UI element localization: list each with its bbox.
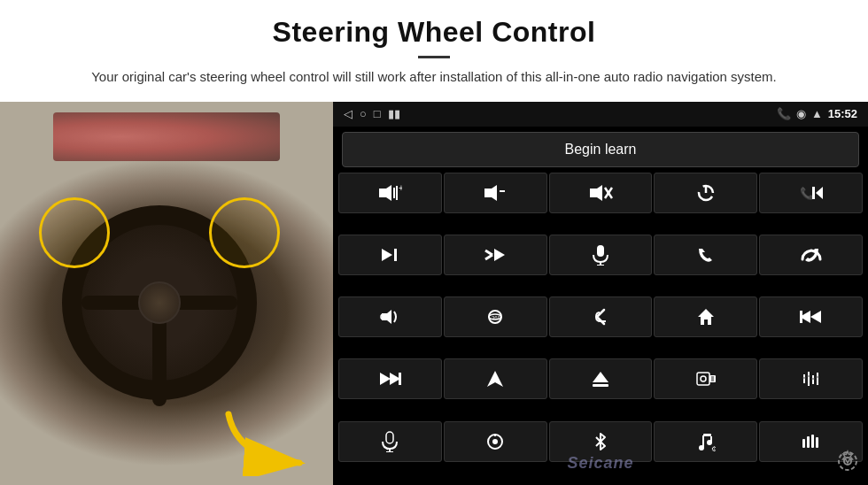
phone-answer-button[interactable] bbox=[654, 235, 757, 275]
svg-rect-66 bbox=[802, 439, 805, 448]
svg-rect-16 bbox=[394, 249, 397, 261]
left-button-highlight bbox=[39, 197, 110, 268]
ff-slow-button[interactable] bbox=[444, 235, 547, 275]
svg-text:+: + bbox=[399, 183, 402, 193]
svg-marker-19 bbox=[494, 249, 505, 261]
subtitle-text: Your original car's steering wheel contr… bbox=[71, 67, 797, 88]
right-button-highlight bbox=[209, 197, 280, 268]
svg-rect-45 bbox=[803, 374, 805, 383]
svg-rect-35 bbox=[399, 373, 401, 385]
svg-point-63 bbox=[699, 445, 704, 450]
bluetooth-button[interactable] bbox=[549, 421, 653, 462]
svg-marker-30 bbox=[810, 311, 821, 323]
steering-wheel-photo bbox=[0, 102, 333, 486]
fast-rewind-button[interactable] bbox=[759, 296, 863, 337]
svg-rect-48 bbox=[817, 373, 818, 385]
svg-marker-37 bbox=[593, 372, 608, 382]
vol-up-button[interactable]: + bbox=[338, 173, 442, 213]
svg-marker-15 bbox=[382, 249, 392, 261]
control-grid: + bbox=[333, 173, 868, 486]
svg-rect-14 bbox=[812, 187, 815, 199]
svg-rect-46 bbox=[808, 372, 810, 386]
svg-rect-69 bbox=[816, 437, 818, 448]
clock-display: 15:52 bbox=[828, 107, 857, 120]
svg-text:360°: 360° bbox=[492, 315, 503, 320]
status-bar: ◁ ○ □ ▮▮ 📞 ◉ ▲ 15:52 bbox=[333, 102, 868, 127]
wheel-center-hub bbox=[138, 281, 181, 324]
yellow-arrow-icon bbox=[220, 396, 326, 476]
svg-marker-13 bbox=[816, 187, 823, 199]
svg-rect-60 bbox=[703, 434, 711, 436]
dashboard-gauges bbox=[53, 112, 280, 161]
tuner-button[interactable] bbox=[654, 358, 757, 399]
begin-learn-button[interactable]: Begin learn bbox=[342, 132, 859, 167]
eject-button[interactable] bbox=[549, 358, 653, 399]
svg-marker-36 bbox=[487, 371, 503, 387]
speaker-mode-button[interactable] bbox=[338, 296, 442, 337]
microphone-button[interactable] bbox=[549, 235, 653, 275]
svg-marker-29 bbox=[698, 309, 714, 325]
equalizer-button[interactable] bbox=[759, 358, 863, 399]
svg-marker-33 bbox=[380, 373, 391, 385]
svg-line-56 bbox=[385, 447, 388, 450]
music-button[interactable]: ⚙ bbox=[654, 421, 757, 462]
svg-marker-5 bbox=[484, 185, 497, 201]
content-row: ◁ ○ □ ▮▮ 📞 ◉ ▲ 15:52 Begin learn bbox=[0, 102, 868, 486]
phone-hangup-button[interactable] bbox=[759, 235, 863, 275]
recents-square-icon[interactable]: □ bbox=[374, 107, 381, 120]
settings-gear-button[interactable] bbox=[836, 450, 859, 478]
svg-marker-1 bbox=[379, 185, 391, 201]
svg-rect-32 bbox=[800, 311, 802, 323]
title-divider bbox=[418, 56, 450, 58]
svg-rect-53 bbox=[386, 432, 393, 443]
phone-signal-icon: 📞 bbox=[777, 107, 791, 120]
android-screen: ◁ ○ □ ▮▮ 📞 ◉ ▲ 15:52 Begin learn bbox=[333, 102, 868, 486]
svg-marker-7 bbox=[590, 185, 602, 201]
svg-point-23 bbox=[810, 258, 813, 260]
settings-knob-button[interactable] bbox=[444, 421, 547, 462]
next-chapter-button[interactable] bbox=[338, 235, 442, 275]
status-nav-icons: ◁ ○ □ ▮▮ bbox=[344, 107, 400, 120]
svg-point-40 bbox=[701, 376, 706, 381]
power-button[interactable] bbox=[654, 173, 757, 213]
back-navigation-button[interactable] bbox=[549, 296, 653, 337]
home-circle-icon[interactable]: ○ bbox=[360, 107, 367, 120]
navigate-button[interactable] bbox=[444, 358, 547, 399]
vol-down-button[interactable] bbox=[444, 173, 547, 213]
wifi-icon: ▲ bbox=[811, 107, 823, 120]
svg-rect-20 bbox=[597, 245, 604, 257]
svg-rect-67 bbox=[807, 436, 810, 448]
svg-text:⚙: ⚙ bbox=[711, 445, 716, 451]
status-right-icons: 📞 ◉ ▲ 15:52 bbox=[777, 107, 857, 120]
svg-line-18 bbox=[485, 255, 492, 259]
back-arrow-icon[interactable]: ◁ bbox=[344, 107, 353, 120]
svg-rect-68 bbox=[811, 435, 814, 448]
mic-control-button[interactable] bbox=[338, 421, 442, 462]
mute-button[interactable] bbox=[549, 173, 653, 213]
battery-icon: ▮▮ bbox=[388, 107, 400, 120]
call-prev-button[interactable]: 📞 bbox=[759, 173, 863, 213]
page-title: Steering Wheel Control bbox=[53, 16, 815, 49]
camera-360-button[interactable]: 360° bbox=[444, 296, 547, 337]
svg-point-71 bbox=[839, 452, 856, 470]
svg-rect-38 bbox=[593, 384, 608, 387]
svg-rect-47 bbox=[812, 375, 814, 384]
fast-forward-button[interactable] bbox=[338, 358, 442, 399]
header-section: Steering Wheel Control Your original car… bbox=[0, 0, 868, 96]
home-navigation-button[interactable] bbox=[654, 296, 757, 337]
page: Steering Wheel Control Your original car… bbox=[0, 0, 868, 485]
location-icon: ◉ bbox=[796, 107, 806, 120]
svg-rect-39 bbox=[697, 373, 709, 385]
svg-point-58 bbox=[492, 439, 498, 444]
